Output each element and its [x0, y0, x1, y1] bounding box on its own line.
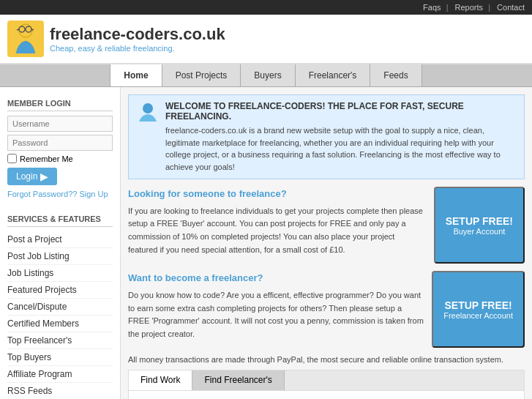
remember-row: Remember Me — [7, 154, 113, 163]
sidebar-item-post-project[interactable]: Post a Project — [7, 231, 113, 248]
nav-buyers[interactable]: Buyers — [241, 64, 295, 86]
welcome-text-block: WELCOME TO FREELANCE-CODERS! THE PLACE F… — [165, 101, 517, 173]
services-heading: SERVICES & FEATURES — [7, 215, 113, 227]
tabs-area: Find Work Find Freelancer's Loading — [128, 370, 525, 399]
buyer-cta-top: SETUP FREE! — [446, 215, 513, 227]
svg-line-6 — [31, 29, 34, 30]
sidebar-item-top-buyers[interactable]: Top Buyers — [7, 349, 113, 366]
sidebar-item-cancel-dispute[interactable]: Cancel/Dispute — [7, 299, 113, 316]
site-header: freelance-coders.co.uk Cheap, easy & rel… — [0, 15, 532, 64]
site-tagline: Cheap, easy & reliable freelancing. — [50, 44, 225, 53]
remember-checkbox[interactable] — [7, 154, 17, 163]
sidebar-item-post-job[interactable]: Post Job Listing — [7, 248, 113, 265]
freelancer-heading: Want to become a freelancer? — [128, 271, 424, 286]
password-input[interactable] — [7, 135, 113, 151]
top-bar: Faqs | Reports | Contact — [0, 0, 532, 15]
sidebar-item-certified-members[interactable]: Certified Members — [7, 316, 113, 332]
sep2: | — [488, 3, 490, 12]
freelancer-text: Want to become a freelancer? Do you know… — [128, 271, 424, 348]
buyer-text: Looking for someone to freelance? If you… — [128, 187, 427, 264]
setup-freelancer-button[interactable]: SETUP FREE! Freelancer Account — [432, 271, 525, 348]
setup-buyer-button[interactable]: SETUP FREE! Buyer Account — [434, 187, 525, 264]
signup-link[interactable]: Sign Up — [79, 190, 108, 198]
sidebar-item-top-freelancers[interactable]: Top Freelancer's — [7, 332, 113, 349]
faqs-link[interactable]: Faqs — [423, 3, 441, 12]
sidebar: MEMBER LOGIN Remember Me Login ▶ Forgot … — [0, 87, 121, 399]
reports-link[interactable]: Reports — [455, 3, 484, 12]
welcome-svg-icon — [136, 101, 160, 124]
tab-headers: Find Work Find Freelancer's — [129, 370, 524, 391]
freelancer-description: Do you know how to code? Are you a effic… — [128, 289, 424, 340]
buyer-section: Looking for someone to freelance? If you… — [128, 187, 525, 264]
login-heading: MEMBER LOGIN — [7, 99, 113, 111]
main-content: WELCOME TO FREELANCE-CODERS! THE PLACE F… — [121, 87, 532, 399]
buyer-cta-bottom: Buyer Account — [453, 227, 505, 236]
sidebar-item-affiliate[interactable]: Affiliate Program — [7, 366, 113, 383]
welcome-description: freelance-coders.co.uk is a brand new we… — [165, 124, 517, 173]
contact-link[interactable]: Contact — [497, 3, 525, 12]
tab-find-freelancers[interactable]: Find Freelancer's — [192, 370, 284, 390]
paypal-text: All money transactions are made through … — [128, 355, 525, 364]
welcome-heading: WELCOME TO FREELANCE-CODERS! THE PLACE F… — [165, 101, 517, 122]
main-nav: Home Post Projects Buyers Freelancer's F… — [0, 64, 532, 87]
services-box: SERVICES & FEATURES Post a Project Post … — [0, 210, 120, 399]
welcome-icon — [136, 101, 160, 130]
freelancer-cta-bottom: Freelancer Account — [443, 311, 513, 320]
nav-freelancers[interactable]: Freelancer's — [296, 64, 371, 86]
logo-text: freelance-coders.co.uk Cheap, easy & rel… — [50, 25, 225, 53]
freelancer-cta-top: SETUP FREE! — [444, 299, 512, 311]
freelancer-content: Want to become a freelancer? Do you know… — [128, 271, 424, 340]
forgot-row: Forgot Password?? Sign Up — [7, 190, 113, 198]
sidebar-item-rss[interactable]: RSS Feeds — [7, 383, 113, 399]
sidebar-item-featured-projects[interactable]: Featured Projects — [7, 282, 113, 299]
nav-home[interactable]: Home — [110, 64, 162, 86]
svg-line-5 — [17, 29, 19, 30]
freelancer-section: Want to become a freelancer? Do you know… — [128, 271, 525, 348]
site-title: freelance-coders.co.uk — [50, 25, 225, 44]
sidebar-item-job-listings[interactable]: Job Listings — [7, 265, 113, 282]
login-box: MEMBER LOGIN Remember Me Login ▶ Forgot … — [0, 94, 120, 206]
logo-icon — [7, 20, 44, 57]
nav-post-projects[interactable]: Post Projects — [162, 64, 241, 86]
tab-content: Loading — [129, 391, 524, 399]
buyer-description: If you are looking to freelance individu… — [128, 205, 427, 256]
forgot-password-link[interactable]: Forgot Password? — [7, 190, 72, 198]
login-arrow-icon: ▶ — [40, 171, 48, 182]
svg-point-7 — [143, 103, 153, 113]
tab-find-work[interactable]: Find Work — [129, 370, 192, 390]
welcome-banner: WELCOME TO FREELANCE-CODERS! THE PLACE F… — [128, 94, 525, 179]
nav-feeds[interactable]: Feeds — [370, 64, 422, 86]
login-label: Login — [16, 171, 37, 182]
remember-label: Remember Me — [20, 154, 73, 163]
logo-area: freelance-coders.co.uk Cheap, easy & rel… — [7, 20, 225, 57]
page-layout: MEMBER LOGIN Remember Me Login ▶ Forgot … — [0, 87, 532, 399]
username-input[interactable] — [7, 116, 113, 132]
login-button[interactable]: Login ▶ — [7, 168, 57, 185]
sep1: | — [446, 3, 449, 12]
buyer-content: Looking for someone to freelance? If you… — [128, 187, 427, 256]
buyer-heading: Looking for someone to freelance? — [128, 187, 427, 202]
